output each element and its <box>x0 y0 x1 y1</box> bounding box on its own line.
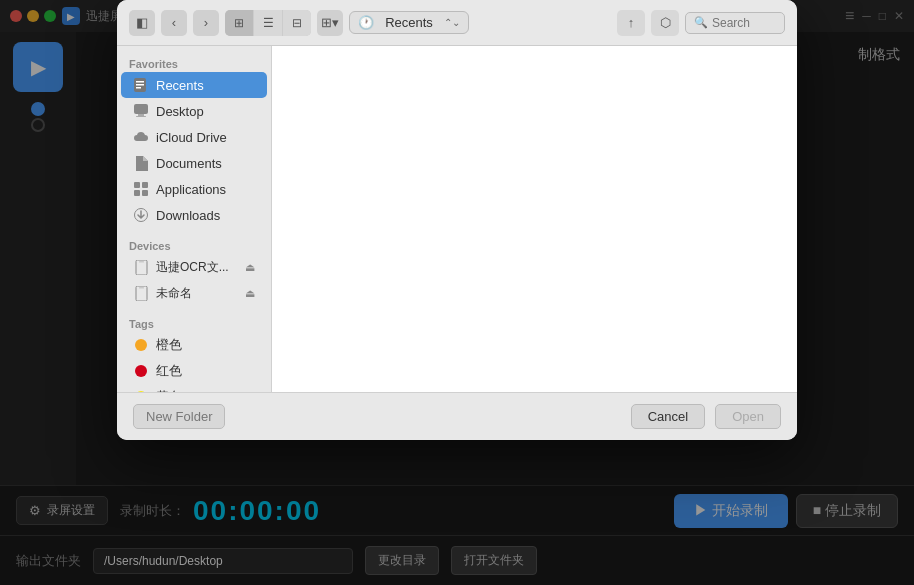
file-picker-dialog: ◧ ‹ › ⊞ ☰ ⊟ ⊞▾ <box>117 0 797 440</box>
icloud-icon <box>133 129 149 145</box>
sidebar-item-icloud[interactable]: iCloud Drive <box>121 124 267 150</box>
tag-red-icon <box>133 363 149 379</box>
dialog-toolbar: ◧ ‹ › ⊞ ☰ ⊟ ⊞▾ <box>117 0 797 46</box>
tag-orange-label: 橙色 <box>156 336 182 354</box>
svg-rect-9 <box>134 190 140 196</box>
grid-icon: ⊞ <box>234 16 244 30</box>
dialog-footer: New Folder Cancel Open <box>117 392 797 440</box>
sidebar-item-desktop[interactable]: Desktop <box>121 98 267 124</box>
device-icon-1 <box>133 259 149 275</box>
svg-rect-2 <box>136 84 144 86</box>
device-label-2: 未命名 <box>156 285 192 302</box>
tag-icon: ⬡ <box>660 15 671 30</box>
modal-overlay: ◧ ‹ › ⊞ ☰ ⊟ ⊞▾ <box>0 0 914 585</box>
view-options-icon: ⊞▾ <box>321 15 339 30</box>
eject-icon-2[interactable]: ⏏ <box>245 287 255 300</box>
search-icon: 🔍 <box>694 16 708 29</box>
documents-label: Documents <box>156 156 222 171</box>
forward-icon: › <box>204 15 208 30</box>
view-list-button[interactable]: ☰ <box>254 10 282 36</box>
sidebar-toggle-icon: ◧ <box>136 15 148 30</box>
devices-section-label: Devices <box>117 236 271 254</box>
svg-rect-3 <box>136 87 141 89</box>
location-bar[interactable]: 🕐 Recents ⌃⌄ <box>349 11 469 34</box>
downloads-label: Downloads <box>156 208 220 223</box>
view-columns-button[interactable]: ⊟ <box>283 10 311 36</box>
search-input[interactable] <box>712 16 782 30</box>
forward-button[interactable]: › <box>193 10 219 36</box>
dialog-sidebar: Favorites Recents <box>117 46 272 392</box>
documents-icon <box>133 155 149 171</box>
favorites-section-label: Favorites <box>117 54 271 72</box>
svg-rect-13 <box>139 261 144 262</box>
svg-rect-15 <box>139 287 144 288</box>
file-browser-area <box>272 46 797 392</box>
svg-rect-7 <box>134 182 140 188</box>
desktop-icon <box>133 103 149 119</box>
location-text: Recents <box>378 15 440 30</box>
svg-rect-1 <box>136 81 144 83</box>
sidebar-item-recents[interactable]: Recents <box>121 72 267 98</box>
svg-rect-4 <box>134 104 148 114</box>
device-label-1: 迅捷OCR文... <box>156 259 229 276</box>
sidebar-item-tag-yellow[interactable]: 黄色 <box>121 384 267 392</box>
tag-button[interactable]: ⬡ <box>651 10 679 36</box>
share-button[interactable]: ↑ <box>617 10 645 36</box>
sidebar-toggle-button[interactable]: ◧ <box>129 10 155 36</box>
location-file-icon: 🕐 <box>358 15 374 30</box>
cancel-button[interactable]: Cancel <box>631 404 705 429</box>
sidebar-item-unnamed[interactable]: 未命名 ⏏ <box>121 280 267 306</box>
svg-rect-10 <box>142 190 148 196</box>
new-folder-button[interactable]: New Folder <box>133 404 225 429</box>
back-button[interactable]: ‹ <box>161 10 187 36</box>
view-mode-group: ⊞ ☰ ⊟ <box>225 10 311 36</box>
share-icon: ↑ <box>628 15 635 30</box>
open-button[interactable]: Open <box>715 404 781 429</box>
applications-icon <box>133 181 149 197</box>
sidebar-item-tag-orange[interactable]: 橙色 <box>121 332 267 358</box>
sidebar-item-xunjie[interactable]: 迅捷OCR文... ⏏ <box>121 254 267 280</box>
search-box: 🔍 <box>685 12 785 34</box>
sidebar-item-downloads[interactable]: Downloads <box>121 202 267 228</box>
view-options-button[interactable]: ⊞▾ <box>317 10 343 36</box>
applications-label: Applications <box>156 182 226 197</box>
sidebar-item-tag-red[interactable]: 红色 <box>121 358 267 384</box>
tag-red-label: 红色 <box>156 362 182 380</box>
sidebar-item-documents[interactable]: Documents <box>121 150 267 176</box>
location-chevron-icon: ⌃⌄ <box>444 17 460 28</box>
list-icon: ☰ <box>263 16 274 30</box>
back-icon: ‹ <box>172 15 176 30</box>
recents-icon <box>133 77 149 93</box>
eject-icon-1[interactable]: ⏏ <box>245 261 255 274</box>
svg-rect-5 <box>138 114 144 116</box>
sidebar-item-applications[interactable]: Applications <box>121 176 267 202</box>
view-icons-button[interactable]: ⊞ <box>225 10 253 36</box>
svg-rect-6 <box>136 116 146 117</box>
desktop-label: Desktop <box>156 104 204 119</box>
device-icon-2 <box>133 285 149 301</box>
tag-orange-icon <box>133 337 149 353</box>
tags-section-label: Tags <box>117 314 271 332</box>
downloads-icon <box>133 207 149 223</box>
svg-rect-8 <box>142 182 148 188</box>
icloud-label: iCloud Drive <box>156 130 227 145</box>
recents-label: Recents <box>156 78 204 93</box>
dialog-body: Favorites Recents <box>117 46 797 392</box>
columns-icon: ⊟ <box>292 16 302 30</box>
